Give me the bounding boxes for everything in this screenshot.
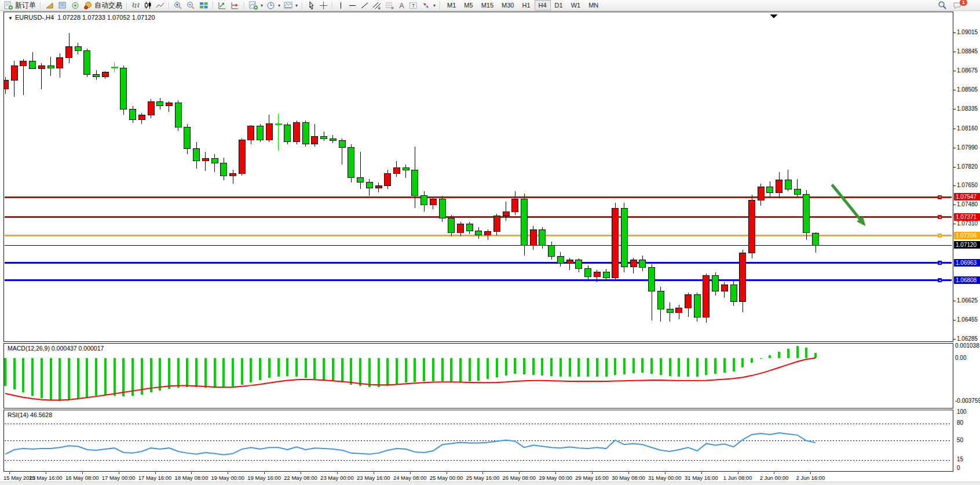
signals-icon [71, 1, 80, 10]
time-axis-label: 17 May 16:00 [138, 475, 172, 481]
bar-chart-button[interactable] [130, 0, 142, 10]
macd-signal-line [5, 358, 816, 400]
timeframe-h4-button[interactable]: H4 [535, 0, 551, 10]
macd-chart[interactable] [4, 344, 953, 408]
text-button[interactable]: A [396, 0, 407, 10]
candle-body [157, 101, 163, 106]
main-chart-panel[interactable]: ▼EURUSD-,H4 1.07228 1.07233 1.07052 1.07… [3, 12, 953, 342]
text-label-button[interactable]: T [407, 0, 420, 10]
notifications-button[interactable]: 1 [951, 0, 973, 10]
rsi-chart[interactable] [4, 410, 953, 471]
candle-body [676, 308, 682, 313]
auto-trading-button[interactable]: 自动交易 [82, 0, 124, 10]
styler-button[interactable] [43, 0, 56, 10]
time-axis-label: 29 May 16:00 [575, 475, 609, 481]
line-chart-icon [156, 1, 164, 10]
line-handle-dot [939, 235, 941, 236]
timeframe-d1-button[interactable]: D1 [551, 0, 567, 10]
candle-body [612, 208, 619, 278]
vertical-line-button[interactable] [335, 0, 346, 10]
candle-body [657, 291, 664, 309]
candle-body [4, 80, 9, 89]
cursor-button[interactable] [305, 0, 317, 10]
separator [302, 2, 303, 9]
candle-body [120, 68, 127, 110]
trendline-button[interactable] [359, 0, 371, 10]
signals-button[interactable] [69, 0, 82, 10]
chart-shift-button[interactable] [229, 0, 242, 10]
chart-shift-icon [231, 1, 240, 10]
candle-body [603, 272, 609, 278]
chevron-down-icon: ▼ [8, 16, 13, 21]
time-axis-label: 16 May 08:00 [65, 475, 99, 481]
candle-body [20, 61, 27, 65]
new-order-button[interactable]: 新订单 [2, 0, 38, 10]
time-axis-label: 30 May 08:00 [612, 475, 645, 481]
candle-body [184, 127, 191, 149]
candle-body [813, 233, 819, 245]
line-chart-button[interactable] [154, 0, 166, 10]
equidistant-channel-icon: E [372, 1, 382, 10]
candle-body [284, 125, 291, 142]
rsi-label: RSI(14) 46.5628 [8, 411, 52, 418]
zoom-out-icon [187, 1, 196, 10]
rsi-panel[interactable]: RSI(14) 46.5628 [3, 410, 953, 472]
candle-body [785, 180, 791, 189]
price-axis[interactable] [953, 12, 980, 472]
horizontal-line-button[interactable] [346, 0, 359, 10]
time-axis[interactable]: 15 May 202315 May 16:0016 May 08:0017 Ma… [3, 472, 953, 482]
search-button[interactable] [936, 0, 949, 10]
vertical-line-icon [337, 1, 345, 10]
timeframe-m1-button[interactable]: M1 [443, 0, 460, 10]
tile-windows-button[interactable] [198, 0, 210, 10]
timeframe-w1-button[interactable]: W1 [567, 0, 585, 10]
separator [40, 2, 41, 9]
trend-arrow[interactable] [832, 185, 862, 222]
timeframe-h1-button[interactable]: H1 [518, 0, 534, 10]
trendline-icon [360, 1, 369, 10]
candle-body [585, 269, 591, 277]
candlestick-chart-button[interactable] [142, 0, 154, 10]
candle-body [466, 224, 473, 231]
timeframe-m30-button[interactable]: M30 [498, 0, 518, 10]
candle-body [84, 51, 90, 75]
time-axis-label: 24 May 08:00 [393, 475, 427, 481]
auto-scroll-button[interactable] [216, 0, 229, 10]
zoom-in-button[interactable] [172, 0, 185, 10]
template-button[interactable]: ▾ [282, 0, 299, 10]
macd-panel[interactable]: MACD(12,26,9) 0.000437 0.000017 [3, 343, 953, 409]
candle-body [803, 195, 810, 233]
fibonacci-button[interactable]: F [383, 0, 396, 10]
candle-body [503, 211, 509, 216]
zoom-out-button[interactable] [185, 0, 198, 10]
equidistant-channel-button[interactable]: E [371, 0, 383, 10]
time-axis-label: 19 May 16:00 [247, 475, 281, 481]
candle-body [330, 138, 336, 141]
candle-body [794, 189, 800, 195]
candle-body [375, 185, 382, 188]
rsi-line [5, 433, 816, 455]
candlestick-chart[interactable] [4, 12, 953, 341]
candle-body [248, 126, 254, 140]
market-watch-button[interactable] [56, 0, 69, 10]
timeframe-m15-button[interactable]: M15 [477, 0, 498, 10]
period-button[interactable]: ▾ [265, 0, 282, 10]
timeframe-mn-button[interactable]: MN [584, 0, 602, 10]
timeframe-m5-button[interactable]: M5 [460, 0, 477, 10]
arrows-tool-button[interactable]: ▾ [420, 0, 437, 10]
line-handle-dot [939, 262, 941, 264]
candle-body [221, 163, 227, 176]
candle-body [485, 232, 491, 235]
candle-body [175, 103, 181, 127]
new-chart-button[interactable]: ▾ [247, 0, 265, 10]
candle-body [621, 208, 627, 267]
time-axis-label: 2 Jun 16:00 [796, 475, 825, 481]
candle-body [439, 199, 445, 218]
symbol-period-label: EURUSD-,H4 [15, 14, 54, 21]
candle-body [730, 285, 737, 301]
chart-shift-marker[interactable] [770, 14, 777, 19]
ohlc-values: 1.07228 1.07233 1.07052 1.07120 [57, 14, 155, 21]
crosshair-button[interactable] [317, 0, 330, 10]
candle-body [348, 148, 354, 178]
zoom-in-icon [174, 1, 183, 10]
